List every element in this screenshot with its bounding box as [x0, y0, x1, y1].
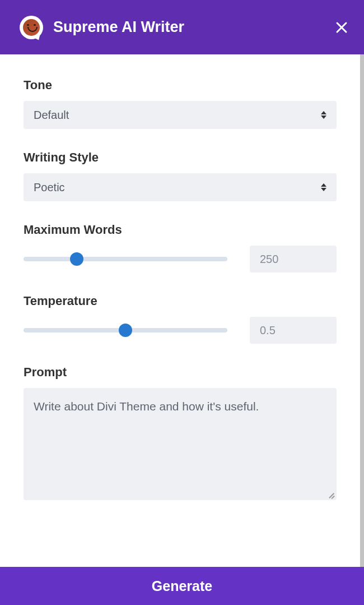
max-words-group: Maximum Words 250	[24, 223, 337, 273]
prompt-label: Prompt	[24, 365, 337, 380]
max-words-row: 250	[24, 246, 337, 273]
max-words-slider-thumb[interactable]	[70, 252, 83, 266]
close-button[interactable]	[335, 21, 348, 34]
writing-style-label: Writing Style	[24, 150, 337, 165]
max-words-slider[interactable]	[24, 252, 227, 266]
scrollbar[interactable]	[360, 54, 364, 567]
sort-arrows-icon	[321, 111, 326, 119]
temperature-slider[interactable]	[24, 324, 227, 337]
prompt-group: Prompt	[24, 365, 337, 500]
app-logo-icon	[20, 16, 43, 39]
temperature-group: Temperature 0.5	[24, 294, 337, 344]
temperature-value: 0.5	[260, 324, 276, 337]
tone-select-value: Default	[34, 109, 69, 122]
modal-content: Tone Default Writing Style Poetic Maximu…	[0, 54, 360, 567]
modal-header: Supreme AI Writer	[0, 0, 364, 54]
resize-handle-icon[interactable]	[326, 490, 334, 498]
generate-button[interactable]: Generate	[0, 567, 364, 605]
close-icon	[335, 21, 348, 34]
temperature-slider-thumb[interactable]	[119, 324, 132, 337]
writing-style-select[interactable]: Poetic	[24, 173, 337, 201]
temperature-value-input[interactable]: 0.5	[250, 317, 337, 344]
header-left: Supreme AI Writer	[20, 16, 184, 39]
writing-style-select-value: Poetic	[34, 181, 65, 194]
modal-title: Supreme AI Writer	[53, 19, 184, 36]
sort-arrows-icon	[321, 183, 326, 191]
max-words-label: Maximum Words	[24, 223, 337, 237]
temperature-row: 0.5	[24, 317, 337, 344]
generate-button-label: Generate	[152, 578, 212, 594]
temperature-label: Temperature	[24, 294, 337, 308]
tone-select[interactable]: Default	[24, 101, 337, 129]
prompt-textarea[interactable]	[34, 398, 326, 488]
max-words-value-input[interactable]: 250	[250, 246, 337, 273]
prompt-textarea-wrapper	[24, 388, 337, 500]
tone-label: Tone	[24, 78, 337, 93]
tone-group: Tone Default	[24, 78, 337, 129]
writing-style-group: Writing Style Poetic	[24, 150, 337, 201]
max-words-value: 250	[260, 253, 278, 266]
